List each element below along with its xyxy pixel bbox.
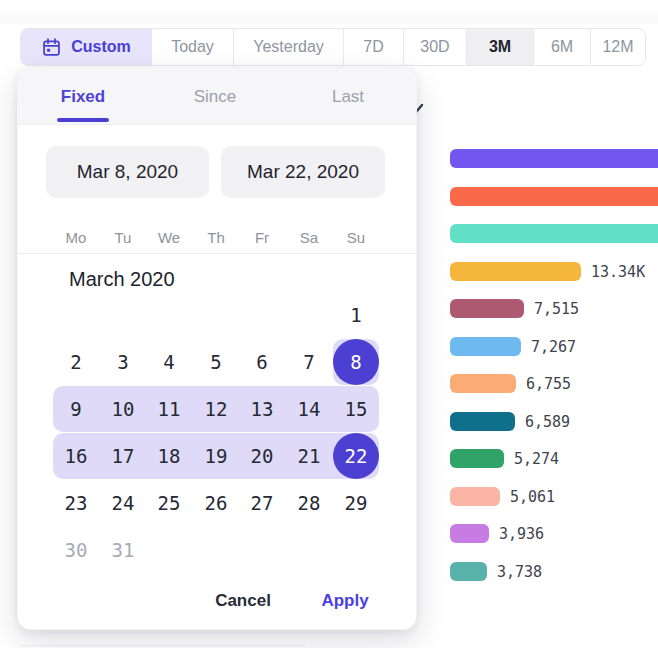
active-tab-underline (57, 118, 109, 122)
day-cell-disabled: 31 (100, 527, 146, 573)
calendar-icon (41, 37, 62, 58)
toolbar-item-label: 30D (420, 38, 449, 56)
date-picker-popup: Fixed Since Last Mar 8, 2020 Mar 22, 202… (17, 68, 417, 630)
weekday-label: Tu (100, 227, 146, 249)
country-value: 7,267 (531, 338, 576, 357)
day-cell[interactable]: 27 (239, 480, 285, 526)
day-cell[interactable]: 16 (53, 433, 99, 479)
day-cell[interactable]: 13 (239, 386, 285, 432)
toolbar-item-label: 12M (602, 38, 633, 56)
weekday-label: Th (193, 227, 239, 249)
toolbar-item-label: Today (171, 38, 214, 56)
cancel-button[interactable]: Cancel (203, 585, 283, 617)
day-cell[interactable]: 4 (146, 339, 192, 385)
country-value: 7,515 (534, 300, 579, 319)
day-cell[interactable]: 7 (286, 339, 332, 385)
toolbar-item-label: 7D (363, 38, 383, 56)
country-value: 3,936 (499, 525, 544, 544)
toolbar-item-custom[interactable]: Custom (21, 29, 152, 65)
tab-last[interactable]: Last (303, 69, 393, 125)
end-date-value: Mar 22, 2020 (247, 161, 359, 183)
toolbar-item-label: 6M (551, 38, 573, 56)
day-cell[interactable]: 28 (286, 480, 332, 526)
country-value: 5,274 (514, 450, 559, 469)
day-cell[interactable]: 29 (333, 480, 379, 526)
country-bar (450, 299, 524, 318)
day-cell[interactable]: 3 (100, 339, 146, 385)
tab-label: Since (194, 87, 237, 107)
day-cell[interactable]: 18 (146, 433, 192, 479)
country-bar (450, 262, 581, 281)
day-cell[interactable]: 11 (146, 386, 192, 432)
tab-label: Last (332, 87, 364, 107)
weekday-label: Fr (239, 227, 285, 249)
country-bar (450, 337, 521, 356)
apply-button[interactable]: Apply (308, 585, 382, 617)
day-cell-range-end[interactable]: 22 (333, 433, 379, 479)
weekday-divider (18, 253, 416, 254)
toolbar-item-7d[interactable]: 7D (344, 29, 404, 65)
day-cell[interactable]: 20 (239, 433, 285, 479)
start-date-value: Mar 8, 2020 (77, 161, 178, 183)
page-top-strip (0, 13, 658, 24)
weekday-label: Mo (53, 227, 99, 249)
country-value: 6,589 (525, 413, 570, 432)
weekday-label: We (146, 227, 192, 249)
day-cell[interactable]: 21 (286, 433, 332, 479)
toolbar-item-label: 3M (489, 38, 511, 56)
day-cell[interactable]: 10 (100, 386, 146, 432)
tab-fixed[interactable]: Fixed (38, 69, 128, 125)
toolbar-item-30d[interactable]: 30D (404, 29, 467, 65)
toolbar-item-yesterday[interactable]: Yesterday (234, 29, 344, 65)
country-bar (450, 187, 658, 206)
tab-since[interactable]: Since (170, 69, 260, 125)
country-bar (450, 374, 516, 393)
weekday-label: Su (333, 227, 379, 249)
day-cell[interactable]: 17 (100, 433, 146, 479)
day-cell-range-start[interactable]: 8 (333, 339, 379, 385)
bottom-divider (20, 645, 305, 646)
country-value: 13.34K (591, 263, 645, 282)
day-cell[interactable]: 9 (53, 386, 99, 432)
weekday-label: Sa (286, 227, 332, 249)
day-cell[interactable]: 2 (53, 339, 99, 385)
day-cell[interactable]: 12 (193, 386, 239, 432)
toolbar-item-label: Yesterday (253, 38, 324, 56)
tab-label: Fixed (61, 87, 105, 107)
country-bar (450, 487, 500, 506)
day-cell[interactable]: 6 (239, 339, 285, 385)
day-cell-disabled: 30 (53, 527, 99, 573)
toolbar-item-6m[interactable]: 6M (534, 29, 591, 65)
date-picker-tabbar: Fixed Since Last (18, 69, 416, 125)
day-cell[interactable]: 14 (286, 386, 332, 432)
day-cell[interactable]: 24 (100, 480, 146, 526)
day-cell[interactable]: 26 (193, 480, 239, 526)
day-cell[interactable]: 15 (333, 386, 379, 432)
toolbar-item-12m[interactable]: 12M (591, 29, 645, 65)
country-bar (450, 224, 658, 243)
country-bar (450, 149, 658, 168)
country-value: 3,738 (497, 563, 542, 582)
day-cell[interactable]: 1 (333, 292, 379, 338)
start-date-input[interactable]: Mar 8, 2020 (46, 146, 209, 198)
day-cell[interactable]: 23 (53, 480, 99, 526)
country-bar (450, 524, 489, 543)
country-bar (450, 449, 504, 468)
end-date-input[interactable]: Mar 22, 2020 (221, 146, 385, 198)
toolbar-item-today[interactable]: Today (152, 29, 234, 65)
month-title: March 2020 (69, 268, 175, 291)
country-value: 6,755 (526, 375, 571, 394)
day-cell[interactable]: 25 (146, 480, 192, 526)
toolbar-item-3m[interactable]: 3M (467, 29, 534, 65)
country-value: 5,061 (510, 488, 555, 507)
day-cell[interactable]: 5 (193, 339, 239, 385)
country-bar (450, 412, 515, 431)
country-bar (450, 562, 487, 581)
toolbar-item-label: Custom (71, 38, 131, 56)
day-cell[interactable]: 19 (193, 433, 239, 479)
date-range-toolbar: Custom Today Yesterday 7D 30D 3M 6M 12M (20, 28, 646, 66)
